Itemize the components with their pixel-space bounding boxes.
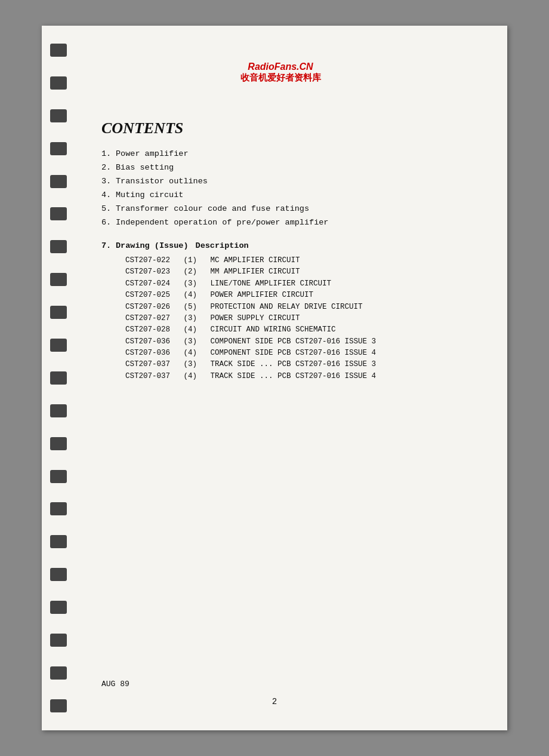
contents-title: CONTENTS <box>101 119 459 137</box>
binding-hole <box>50 175 67 188</box>
binding-hole <box>50 76 67 90</box>
toc-item: 3.Transistor outlines <box>101 177 459 186</box>
binding-hole <box>50 470 67 483</box>
binding-hole <box>50 502 67 515</box>
binding-hole <box>50 666 67 680</box>
drawing-row: CST207-023 (2) MM AMPLIFIER CIRCUIT <box>125 266 459 278</box>
toc-item-text: Independent operation of pre/power ampli… <box>116 218 328 227</box>
drawing-row: CST207-036 (3) COMPONENT SIDE PCB CST207… <box>125 336 459 348</box>
page-number: 2 <box>42 697 507 706</box>
toc-list: 1.Power amplifier2.Bias setting3.Transis… <box>101 149 459 227</box>
drawing-row: CST207-027 (3) POWER SUPPLY CIRCUIT <box>125 313 459 324</box>
binding-hole <box>50 339 67 352</box>
toc-item: 1.Power amplifier <box>101 149 459 158</box>
drawing-row: CST207-028 (4) CIRCUIT AND WIRING SCHEMA… <box>125 324 459 336</box>
binding-hole <box>50 568 67 581</box>
toc-item-num: 6. <box>101 218 116 227</box>
toc-item: 5.Transformer colour code and fuse ratin… <box>101 204 459 213</box>
toc-item-text: Muting circuit <box>116 190 183 199</box>
binding-hole <box>50 634 67 647</box>
drawing-row: CST207-025 (4) POWER AMPLIFIER CIRCUIT <box>125 290 459 301</box>
drawing-row: CST207-024 (3) LINE/TONE AMPLIFIER CIRCU… <box>125 278 459 290</box>
binding-hole <box>50 240 67 253</box>
toc-item: 6.Independent operation of pre/power amp… <box>101 218 459 227</box>
toc-item-num: 2. <box>101 163 116 172</box>
toc-item: 2.Bias setting <box>101 163 459 172</box>
binding-hole <box>50 601 67 614</box>
toc-item-num: 1. <box>101 149 116 158</box>
page-header: RadioFans.CN 收音机爱好者资料库 <box>101 62 459 84</box>
binding-hole <box>50 273 67 286</box>
binding-hole <box>50 109 67 122</box>
drawing-row: CST207-036 (4) COMPONENT SIDE PCB CST207… <box>125 348 459 359</box>
site-subtitle: 收音机爱好者资料库 <box>101 72 459 84</box>
toc-item-text: Power amplifier <box>116 149 189 158</box>
drawing-row: CST207-026 (5) PROTECTION AND RELAY DRIV… <box>125 302 459 313</box>
toc-item: 4.Muting circuit <box>101 190 459 199</box>
drawing-row: CST207-037 (4) TRACK SIDE ... PCB CST207… <box>125 371 459 382</box>
binding-hole <box>50 207 67 220</box>
binding-hole <box>50 142 67 155</box>
date-stamp: AUG 89 <box>101 680 129 689</box>
binding-hole <box>50 371 67 385</box>
binding-hole <box>50 535 67 548</box>
toc-item-text: Transformer colour code and fuse ratings <box>116 204 309 213</box>
toc-item-text: Transistor outlines <box>116 177 208 186</box>
drawing-desc: Description <box>196 241 249 250</box>
site-name: RadioFans.CN <box>101 62 459 72</box>
binding-hole <box>50 306 67 319</box>
drawing-header: 7. Drawing (Issue) Description <box>101 241 459 250</box>
drawing-table: CST207-022 (1) MC AMPLIFIER CIRCUITCST20… <box>125 255 459 382</box>
drawing-row: CST207-037 (3) TRACK SIDE ... PCB CST207… <box>125 359 459 370</box>
binding-holes <box>42 26 75 730</box>
toc-item-num: 5. <box>101 204 116 213</box>
binding-hole <box>50 404 67 417</box>
toc-item-num: 3. <box>101 177 116 186</box>
toc-item-num: 4. <box>101 190 116 199</box>
toc-item-text: Bias setting <box>116 163 174 172</box>
drawing-label: Drawing (Issue) <box>116 241 189 250</box>
page: RadioFans.CN 收音机爱好者资料库 CONTENTS 1.Power … <box>42 26 507 730</box>
binding-hole <box>50 44 67 57</box>
drawing-row: CST207-022 (1) MC AMPLIFIER CIRCUIT <box>125 255 459 266</box>
drawing-section: 7. Drawing (Issue) Description CST207-02… <box>101 241 459 382</box>
binding-hole <box>50 437 67 450</box>
drawing-num: 7. <box>101 241 116 250</box>
